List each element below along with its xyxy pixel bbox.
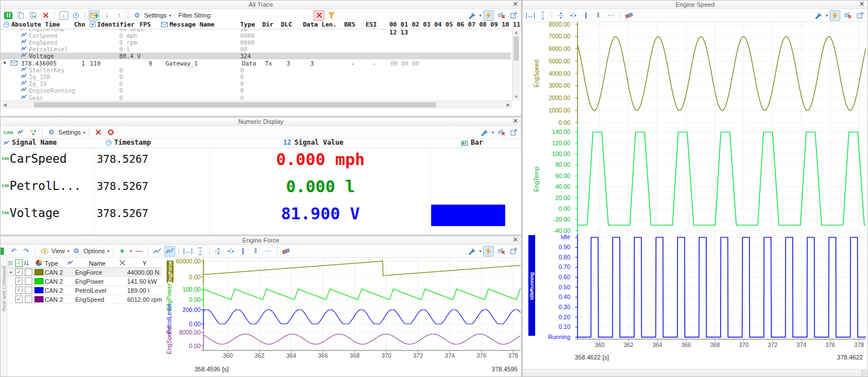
legend-row[interactable]: ✓CAN 2EngSpeed6012.00 rpm [7,295,162,304]
scroll-left-icon[interactable]: ◀ [1,101,8,109]
delete-icon[interactable] [40,10,51,21]
trace-signal-row[interactable]: StarterKey00 [1,67,511,73]
scroll-up-icon[interactable]: ▲ [513,29,520,36]
check-all-checkbox[interactable]: ✓ [15,259,23,267]
visible-checkbox[interactable]: ✓ [15,287,23,294]
clear-icon[interactable] [842,10,853,21]
trace-signal-row[interactable]: EngSpeed0 rpm0000 [1,39,511,46]
series-color-swatch[interactable] [34,269,44,275]
fit-vertical-icon[interactable] [213,246,224,257]
legend-row[interactable]: •✓CAN 2EngForce44000.00 N [7,268,162,277]
bolt-icon[interactable] [483,10,494,21]
signal-edit-icon[interactable] [15,127,26,138]
message-new-icon[interactable] [89,10,99,21]
single-chart-icon[interactable] [152,246,163,257]
close-icon[interactable]: ✕ [859,1,865,8]
settings-button[interactable]: Settings [144,12,167,19]
close-icon[interactable]: ✕ [513,236,518,244]
numeric-row[interactable]: CANCarSpeed378.52670.000 mph [1,148,521,175]
down-icon[interactable]: ↓ [101,10,112,21]
legend-row[interactable]: ✓CAN 2PetrolLevel189.00 l [7,286,162,295]
trace-signal-row[interactable]: Voltage80.4 V324 [1,53,511,59]
wrench-icon[interactable] [813,10,823,21]
multi-chart-icon[interactable] [164,246,175,257]
up-icon[interactable]: ↑ [114,10,124,21]
cursor-single-icon[interactable] [580,10,591,21]
cursor-double-icon[interactable]: ‖ [593,10,604,21]
wrench-icon[interactable] [479,127,489,138]
eraser-icon[interactable] [623,10,634,21]
more-icon[interactable]: ⋯ [605,10,616,21]
pause-icon[interactable] [3,10,14,21]
bolt-icon[interactable] [483,246,494,257]
scroll-lock-icon[interactable]: ↓ [58,10,69,21]
trace-message-row[interactable]: ▼378.43600511109Gateway_1DataTx33--00 00… [1,60,511,67]
export-icon[interactable] [508,127,519,138]
visible-checkbox[interactable]: ✓ [15,296,23,303]
filter-input[interactable] [214,10,312,20]
view-button[interactable]: View [51,248,65,254]
clock-icon[interactable] [71,10,81,21]
visible-checkbox[interactable]: ✓ [15,268,23,276]
measure-y-icon[interactable]: ↕ [537,10,548,21]
trace-signal-row[interactable]: CarSpeed0 mph0000 [1,32,511,39]
secondary-checkbox[interactable] [25,268,32,276]
trace-signal-row[interactable]: Ig_1500 [1,80,511,87]
bolt-icon[interactable] [830,10,840,21]
measure-y-icon[interactable]: ↕ [195,246,206,257]
close-icon[interactable]: ✕ [513,1,518,8]
can-icon[interactable]: CAN [3,127,14,138]
clear-icon[interactable] [496,127,506,138]
measure-x-icon[interactable]: ↔ [183,246,193,257]
minus-icon[interactable]: — [134,246,145,257]
wrench-icon[interactable] [466,246,477,257]
close-icon[interactable]: ✕ [513,118,518,125]
measure-x-icon[interactable]: ↔ [525,10,536,21]
hamburger-icon[interactable] [7,260,14,267]
paste-icon[interactable] [28,10,38,21]
stop-icon[interactable] [105,127,116,138]
cursor-single-icon[interactable] [238,246,249,257]
series-color-swatch[interactable] [34,278,44,284]
trace-table-header[interactable]: Absolute TimeChnIdentifierFPSMessage Nam… [1,21,521,29]
copy-icon[interactable] [15,10,26,21]
trace-vertical-scrollbar[interactable]: ▲ ▼ [512,29,520,101]
color-wheel-icon[interactable] [33,259,45,267]
visible-checkbox[interactable]: ✓ [15,278,23,285]
secondary-checkbox[interactable] [25,278,32,285]
group-icon[interactable] [28,127,38,138]
eraser-icon[interactable] [281,246,292,257]
numeric-row[interactable]: CANPetrolL...378.52670.000 l [1,175,521,202]
fit-vertical-icon[interactable] [555,10,566,21]
fit-horizontal-icon[interactable] [568,10,579,21]
series-color-swatch[interactable] [34,287,44,293]
legend-row[interactable]: ✓CAN 2EngPower141.50 kW [7,277,162,286]
secondary-checkbox[interactable] [25,287,32,294]
filter-clear-icon[interactable] [314,10,324,21]
export-icon[interactable] [854,10,865,21]
export-icon[interactable] [508,10,519,21]
series-color-swatch[interactable] [34,296,44,302]
trace-signal-row[interactable]: Gear00 [1,94,511,101]
scroll-right-icon[interactable]: ▶ [505,101,512,109]
engine-speed-chart[interactable]: 8000.007000.006000.005000.004000.003000.… [523,21,868,361]
docked-tab[interactable]: Real and Command [1,258,7,376]
plus-icon[interactable]: + [117,246,128,257]
numeric-table-header[interactable]: Signal Name Timestamp 12 Signal Value Ba… [1,138,521,148]
resize-grip[interactable] [861,370,867,376]
numeric-row[interactable]: CANVoltage378.526781.900 V [1,202,521,229]
undo-icon[interactable]: ↶ [8,246,19,257]
options-button[interactable]: Options [84,248,105,254]
trace-signal-row[interactable]: EngineRunning00 [1,87,511,94]
trace-signal-row[interactable]: Ig_15R00 [1,73,511,80]
redo-icon[interactable]: ↷ [21,246,32,257]
clear-icon[interactable] [496,246,506,257]
start-icon[interactable] [1,248,4,255]
scroll-down-icon[interactable]: ▼ [513,93,520,101]
trace-signal-row[interactable]: PetrolLevel0 l00 [1,46,511,53]
settings-button[interactable]: Settings [58,129,81,136]
more-icon[interactable]: ⋯ [263,246,274,257]
secondary-checkbox[interactable] [25,296,32,303]
fit-horizontal-icon[interactable] [225,246,236,257]
sort-icon[interactable]: 1 [24,259,33,267]
